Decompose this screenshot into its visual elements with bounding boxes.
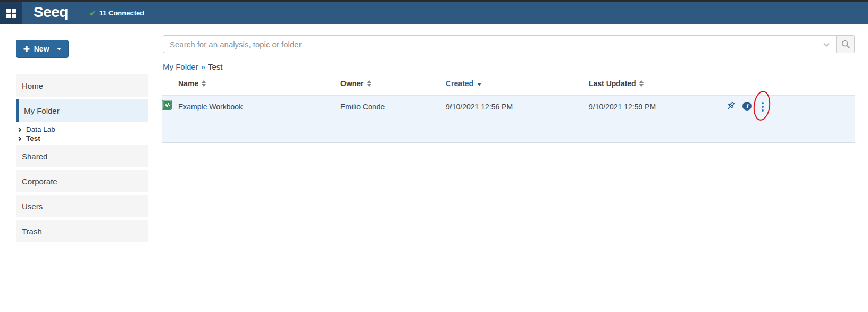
column-header-label: Last Updated — [589, 79, 636, 88]
sidebar-item-home[interactable]: Home — [16, 74, 148, 97]
sidebar-item-shared[interactable]: Shared — [16, 145, 148, 167]
folder-tree: Data Lab Test — [16, 125, 148, 143]
column-header-label: Name — [178, 79, 198, 88]
sort-both-icon — [639, 80, 644, 87]
sidebar-item-label: Trash — [22, 227, 42, 236]
sidebar-item-corporate[interactable]: Corporate — [16, 170, 148, 192]
search-button[interactable] — [837, 35, 855, 53]
search-bar — [163, 35, 855, 53]
chevron-down-icon — [57, 48, 61, 50]
app-switcher-button[interactable] — [0, 2, 22, 24]
row-menu-kebab-button[interactable] — [761, 102, 764, 112]
cell-created: 9/10/2021 12:56 PM — [446, 103, 513, 111]
breadcrumb-current: Test — [208, 62, 223, 71]
sidebar-item-label: Shared — [22, 152, 47, 161]
tree-item-label: Data Lab — [26, 125, 55, 133]
breadcrumb-parent-link[interactable]: My Folder — [163, 62, 198, 71]
sidebar-item-label: My Folder — [24, 106, 60, 115]
sort-both-icon — [202, 80, 206, 87]
table-row-example-workbook[interactable]: Example Workbook Emilio Conde 9/10/2021 … — [162, 96, 855, 143]
connection-status[interactable]: ✔ 11 Connected — [89, 9, 144, 17]
column-header-owner[interactable]: Owner — [340, 79, 371, 88]
sidebar-item-my-folder[interactable]: My Folder — [16, 99, 148, 122]
column-header-label: Created — [446, 79, 473, 88]
breadcrumb: My Folder»Test — [163, 62, 223, 71]
seeq-workbench-home: Seeq ✔ 11 Connected ✚ New Home My Folder… — [0, 0, 868, 312]
column-header-created[interactable]: Created — [446, 79, 481, 88]
top-navbar: Seeq ✔ 11 Connected — [0, 0, 868, 24]
search-icon — [841, 39, 850, 49]
main-content: My Folder»Test Name Owner Created Last U… — [162, 24, 855, 312]
sort-both-icon — [367, 80, 371, 87]
sidebar-item-label: Corporate — [22, 177, 57, 186]
tree-item-label: Test — [26, 134, 40, 142]
column-header-last-updated[interactable]: Last Updated — [589, 79, 644, 88]
tree-item-test[interactable]: Test — [16, 134, 148, 143]
pin-button[interactable] — [725, 101, 736, 111]
search-input[interactable] — [163, 35, 837, 53]
chevron-right-icon[interactable] — [17, 136, 21, 140]
cell-owner: Emilio Conde — [340, 103, 385, 111]
sidebar-nav: Home My Folder Data Lab Test Shared Corp… — [16, 74, 148, 245]
sidebar-item-users[interactable]: Users — [16, 195, 148, 217]
plus-icon: ✚ — [23, 45, 30, 53]
column-header-label: Owner — [340, 79, 364, 88]
workbook-analysis-icon — [162, 100, 172, 110]
new-button[interactable]: ✚ New — [16, 40, 69, 58]
sidebar-item-trash[interactable]: Trash — [16, 220, 148, 242]
new-button-label: New — [34, 45, 49, 53]
sidebar: ✚ New Home My Folder Data Lab Test — [0, 24, 153, 299]
sort-desc-icon — [477, 83, 481, 86]
seeq-logo: Seeq — [34, 5, 68, 22]
checkmark-icon: ✔ — [89, 10, 96, 17]
column-header-name[interactable]: Name — [178, 79, 206, 88]
grid-icon — [6, 9, 16, 18]
connection-status-label: 11 Connected — [99, 9, 145, 17]
chevron-right-icon[interactable] — [17, 127, 21, 131]
sidebar-item-label: Home — [22, 81, 43, 90]
cell-last-updated: 9/10/2021 12:59 PM — [589, 103, 656, 111]
info-button[interactable]: i — [742, 102, 752, 111]
cell-name: Example Workbook — [178, 103, 243, 111]
tree-item-data-lab[interactable]: Data Lab — [16, 125, 148, 134]
sidebar-item-label: Users — [22, 202, 43, 211]
breadcrumb-separator: » — [201, 62, 205, 71]
